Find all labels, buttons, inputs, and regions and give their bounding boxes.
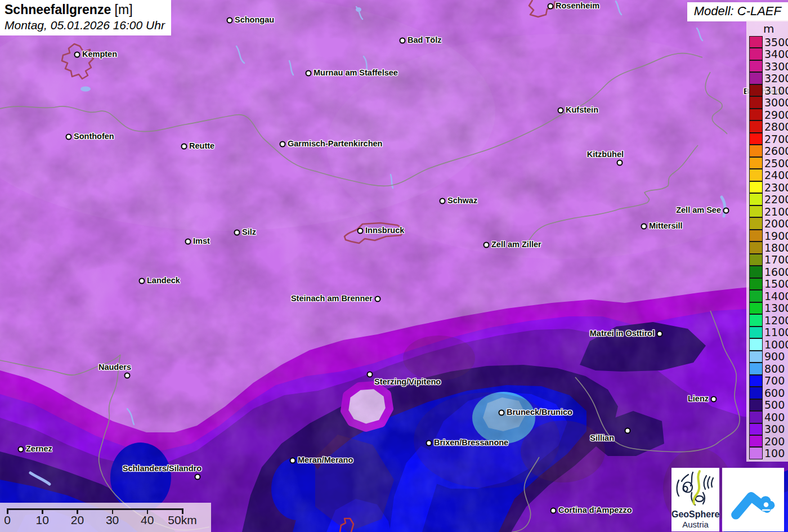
city-label: Schongau	[235, 15, 274, 24]
legend-row: 400	[749, 411, 788, 423]
legend-swatch	[749, 109, 763, 120]
legend-value: 1500	[763, 278, 788, 290]
city-label: Garmisch-Partenkirchen	[288, 139, 382, 148]
legend-row: 2100	[749, 205, 788, 217]
legend-unit-label: m	[763, 22, 788, 35]
city-label: Innsbruck	[365, 226, 404, 235]
page-title: Schneefallgrenze [m]	[5, 2, 165, 17]
city-label: Zell am See	[676, 205, 721, 214]
legend-swatch	[749, 447, 763, 459]
legend-value: 2100	[763, 205, 788, 218]
city-label: Nauders	[98, 363, 131, 372]
legend-row: 2800	[749, 120, 788, 132]
legend-value: 400	[763, 411, 785, 423]
city-dot	[66, 134, 72, 140]
legend-swatch	[749, 375, 763, 387]
legend-row: 1000	[749, 338, 788, 350]
legend-cells: 3500340033003200310030002900280027002600…	[749, 36, 788, 459]
city-dot	[499, 410, 505, 416]
legend-value: 2300	[763, 181, 788, 194]
city-label: Cortina d'Ampezzo	[558, 506, 632, 515]
legend-value: 3400	[763, 48, 788, 60]
legend-value: 3100	[763, 84, 788, 97]
legend-swatch	[749, 217, 763, 229]
legend-value: 500	[763, 399, 785, 411]
legend-value: 1700	[763, 253, 788, 266]
city-label: Schwaz	[447, 196, 477, 205]
city-dot	[367, 372, 373, 378]
city-dot	[400, 38, 406, 44]
legend-swatch	[749, 423, 763, 435]
color-legend: m 35003400330032003100300029002800270026…	[746, 20, 788, 462]
legend-swatch	[749, 36, 763, 48]
legend-row: 2600	[749, 145, 788, 157]
legend-row: 3100	[749, 84, 788, 96]
city-dot	[625, 428, 631, 434]
legend-swatch	[749, 205, 763, 217]
legend-swatch	[749, 278, 763, 290]
city-dot	[550, 508, 557, 514]
legend-swatch	[749, 290, 763, 302]
city-dot	[306, 70, 312, 77]
city-label: Kempten	[82, 50, 117, 59]
city-label: Schlanders/Silandro	[123, 464, 202, 473]
city-marker-layer: RosenheimSchongauBad TölzKemptenMurnau a…	[0, 0, 788, 532]
scalebar-label: 50km	[168, 513, 196, 527]
legend-row: 1200	[749, 314, 788, 326]
legend-row: 600	[749, 387, 788, 399]
legend-swatch	[749, 254, 763, 266]
legend-value: 1400	[763, 290, 788, 302]
city-label: Lienz	[688, 394, 709, 403]
city-dot	[185, 239, 191, 245]
scalebar-label: 0	[4, 513, 11, 527]
legend-row: 2900	[749, 109, 788, 120]
legend-swatch	[749, 230, 763, 242]
legend-value: 700	[763, 374, 785, 387]
city-label: Sterzing/Vipiteno	[374, 377, 441, 386]
legend-row: 3000	[749, 96, 788, 108]
title-unit: [m]	[111, 2, 132, 17]
weather-map-screen: RosenheimSchongauBad TölzKemptenMurnau a…	[0, 0, 788, 532]
legend-value: 2600	[763, 145, 788, 157]
scalebar-line	[7, 508, 182, 510]
legend-row: 700	[749, 375, 788, 387]
valid-datetime: Montag, 05.01.2026 16:00 Uhr	[5, 19, 165, 32]
legend-row: 1400	[749, 290, 788, 302]
city-dot	[227, 17, 233, 24]
city-label: Zernez	[26, 444, 52, 453]
legend-value: 1200	[763, 314, 788, 327]
legend-row: 1500	[749, 278, 788, 290]
legend-value: 2800	[763, 120, 788, 133]
legend-value: 3500	[763, 36, 788, 48]
legend-value: 600	[763, 387, 785, 399]
distance-scalebar: 01020304050km	[0, 503, 211, 532]
legend-value: 900	[763, 350, 785, 363]
legend-row: 2500	[749, 157, 788, 169]
city-label: Meran/Merano	[298, 455, 353, 464]
legend-value: 1900	[763, 230, 788, 242]
legend-swatch	[749, 411, 763, 423]
city-dot	[181, 144, 187, 150]
legend-row: 1800	[749, 242, 788, 253]
legend-swatch	[749, 48, 763, 60]
legend-swatch	[749, 266, 763, 278]
city-label: Sillian	[590, 433, 614, 442]
legend-swatch	[749, 363, 763, 374]
legend-value: 800	[763, 363, 785, 375]
legend-row: 100	[749, 447, 788, 459]
legend-row: 1100	[749, 327, 788, 338]
legend-swatch	[749, 84, 763, 96]
city-dot	[711, 396, 717, 403]
legend-swatch	[749, 242, 763, 253]
city-dot	[74, 52, 80, 58]
legend-swatch	[749, 302, 763, 314]
geosphere-org-name: GeoSphere	[671, 509, 719, 520]
legend-swatch	[749, 193, 763, 205]
legend-row: 1900	[749, 230, 788, 242]
city-dot	[124, 373, 131, 379]
legend-row: 300	[749, 423, 788, 435]
city-dot	[617, 160, 623, 166]
legend-row: 3300	[749, 60, 788, 72]
city-label: Matrei in Osttirol	[590, 329, 655, 338]
legend-swatch	[749, 351, 763, 363]
